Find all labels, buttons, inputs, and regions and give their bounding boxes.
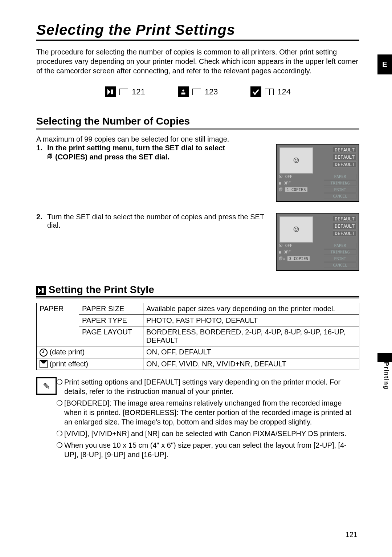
- cell-paper: PAPER: [37, 303, 79, 346]
- side-label-printing: Printing: [383, 362, 389, 390]
- step-1: 1. In the print setting menu, turn the S…: [36, 144, 269, 161]
- lcd-screenshot-2: ☺ DEFAULT DEFAULT DEFAULT ⦿ OFFPAPER ▣ O…: [276, 213, 359, 271]
- note-item: ❍[VIVID], [VIVID+NR] and [NR] can be sel…: [56, 429, 359, 438]
- cell-page-layout-val: BORDERLESS, BORDERED, 2-UP, 4-UP, 8-UP, …: [143, 326, 359, 346]
- intro-paragraph: The procedure for selecting the number o…: [36, 47, 359, 76]
- lcd-row-r: TRIMMING: [324, 249, 356, 255]
- printer-b-icon: [178, 86, 189, 97]
- page-reference-bar: 121 123 124: [36, 86, 359, 97]
- printer-a-icon: [36, 286, 46, 295]
- lcd-defaults: DEFAULT DEFAULT DEFAULT: [333, 216, 356, 237]
- page-ref-value: 121: [132, 87, 145, 97]
- page-ref-121: 121: [105, 86, 145, 97]
- note-item: ❍[BORDERED]: The image area remains rela…: [56, 398, 359, 427]
- subheading-copies: Selecting the Number of Copies: [36, 115, 359, 127]
- lcd-default-row: DEFAULT: [333, 223, 356, 229]
- lcd-row-r: PRINT: [324, 187, 356, 192]
- lcd-cancel: CANCEL: [324, 194, 356, 199]
- step-text: In the print setting menu, turn the SET …: [47, 144, 269, 161]
- printer-a-icon: [105, 86, 116, 97]
- manual-page: Selecting the Print Settings The procedu…: [0, 0, 392, 557]
- page-ref-123: 123: [178, 86, 218, 97]
- edge-tab-black: [377, 353, 392, 362]
- heading-rule: [36, 40, 359, 41]
- book-icon: [192, 89, 201, 95]
- copies-icon: 🗐: [47, 154, 53, 160]
- step-bold-b: (COPIES) and press the SET dial.: [55, 153, 170, 161]
- cell-paper-size-val: Available paper sizes vary depending on …: [143, 303, 359, 315]
- table-row: (print effect) ON, OFF, VIVID, NR, VIVID…: [37, 358, 359, 370]
- cell-date-print: (date print): [37, 346, 143, 358]
- lcd-row-l: OFF: [283, 181, 291, 186]
- svg-rect-1: [181, 93, 185, 95]
- table-row: PAPER PAPER SIZE Available paper sizes v…: [37, 303, 359, 315]
- lcd-row-r: PAPER: [324, 243, 356, 248]
- table-row: PAGE LAYOUT BORDERLESS, BORDERED, 2-UP, …: [37, 326, 359, 346]
- lcd-default-row: DEFAULT: [333, 154, 356, 160]
- bullet-icon: ❍: [56, 429, 64, 438]
- cell-page-layout: PAGE LAYOUT: [79, 326, 143, 346]
- note-text: When you use 10 x 15 cm (4" x 6") size p…: [64, 440, 359, 459]
- page-number: 121: [346, 530, 358, 539]
- note-item: ❍When you use 10 x 15 cm (4" x 6") size …: [56, 440, 359, 459]
- lcd-default-row: DEFAULT: [333, 161, 356, 167]
- page-heading: Selecting the Print Settings: [36, 22, 359, 38]
- book-icon: [119, 89, 128, 95]
- lcd-default-row: DEFAULT: [333, 147, 356, 153]
- notes-block: ✎ ❍Print setting options and [DEFAULT] s…: [36, 377, 359, 462]
- lcd-screenshot-1: ☺ DEFAULT DEFAULT DEFAULT ⦿ OFFPAPER ▣ O…: [276, 144, 359, 202]
- book-icon: [265, 89, 274, 95]
- subheading-rule: [36, 296, 359, 298]
- steps-list: 1. In the print setting menu, turn the S…: [36, 144, 359, 271]
- note-text: Print setting options and [DEFAULT] sett…: [64, 377, 359, 396]
- cell-paper-type: PAPER TYPE: [79, 315, 143, 326]
- cell-paper-size: PAPER SIZE: [79, 303, 143, 315]
- step-number: 1.: [36, 144, 47, 161]
- print-style-table: PAPER PAPER SIZE Available paper sizes v…: [36, 303, 359, 370]
- step-row-2: 2. Turn the SET dial to select the numbe…: [36, 213, 359, 271]
- step-2: 2. Turn the SET dial to select the numbe…: [36, 213, 269, 229]
- bullet-icon: ❍: [56, 377, 64, 396]
- lcd-thumbnail: ☺: [279, 147, 313, 174]
- step-bold-a: In the print setting menu, turn the SET …: [47, 144, 225, 152]
- lcd-row-l: OFF: [285, 174, 293, 179]
- table-row: (date print) ON, OFF, DEFAULT: [37, 346, 359, 358]
- step-number: 2.: [36, 213, 47, 229]
- note-text: [VIVID], [VIVID+NR] and [NR] can be sele…: [64, 429, 346, 438]
- cell-print-effect-val: ON, OFF, VIVID, NR, VIVID+NR, DEFAULT: [143, 358, 359, 370]
- lcd-default-row: DEFAULT: [333, 230, 356, 236]
- lcd-copies-chip: 1 COPIES: [285, 187, 307, 192]
- edge-tab-e: E: [377, 54, 392, 74]
- cell-date-print-label: (date print): [50, 348, 85, 356]
- step-text: Turn the SET dial to select the number o…: [47, 213, 269, 229]
- lcd-row-r: PRINT: [324, 256, 356, 261]
- notes-list: ❍Print setting options and [DEFAULT] set…: [56, 377, 359, 462]
- cell-paper-type-val: PHOTO, FAST PHOTO, DEFAULT: [143, 315, 359, 326]
- note-stamp-icon: ✎: [36, 377, 56, 462]
- cell-print-effect-label: (print effect): [50, 360, 88, 368]
- cell-print-effect: (print effect): [37, 358, 143, 370]
- printer-c-icon: [250, 86, 261, 97]
- page-ref-124: 124: [250, 86, 291, 97]
- subheading-print-style: Setting the Print Style: [36, 284, 359, 296]
- svg-point-0: [182, 90, 184, 92]
- lcd-bottom-rows: ⦿ OFFPAPER ▣ OFFTRIMMING 🗐 1 COPIESPRINT…: [279, 173, 356, 199]
- lcd-row-l: OFF: [283, 250, 291, 255]
- lcd-copies-chip: 3 COPIES: [287, 256, 310, 261]
- subheading-text: Setting the Print Style: [49, 284, 154, 295]
- lcd-bottom-rows: ⦿ OFFPAPER ▣ OFFTRIMMING 🗐↕ 3 COPIESPRIN…: [279, 242, 356, 268]
- cell-date-print-val: ON, OFF, DEFAULT: [143, 346, 359, 358]
- lcd-row-l: OFF: [285, 243, 293, 248]
- table-row: PAPER TYPE PHOTO, FAST PHOTO, DEFAULT: [37, 315, 359, 326]
- page-ref-value: 123: [205, 87, 218, 97]
- lcd-cancel: CANCEL: [324, 263, 356, 268]
- copies-note: A maximum of 99 copies can be selected f…: [36, 134, 359, 144]
- effect-icon: [40, 360, 48, 368]
- page-ref-value: 124: [277, 87, 291, 97]
- clock-icon: [40, 349, 48, 357]
- lcd-row-r: TRIMMING: [324, 180, 356, 186]
- lcd-thumbnail: ☺: [279, 216, 313, 243]
- note-text: [BORDERED]: The image area remains relat…: [64, 398, 359, 427]
- step-row-1: 1. In the print setting menu, turn the S…: [36, 144, 359, 202]
- subheading-rule: [36, 128, 359, 130]
